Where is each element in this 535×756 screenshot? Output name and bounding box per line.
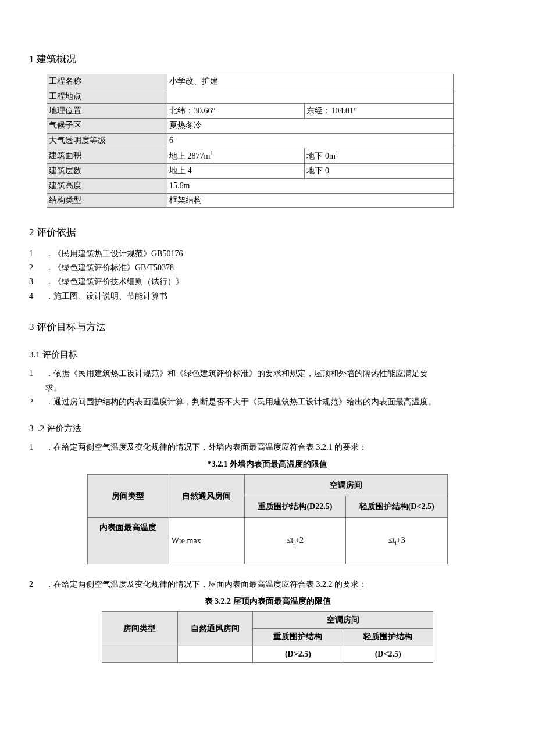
item-number: 4 bbox=[29, 290, 45, 303]
item-text: ．依据《民用建筑热工设计规范》和《绿色建筑评价标准》的要求和规定，屋顶和外墙的隔… bbox=[45, 367, 506, 380]
th-ac-room: 空调房间 bbox=[244, 475, 447, 496]
methods-list-2: 2 ．在给定两侧空气温度及变化规律的情况下，屋面内表面最高温度应符合表 3.2.… bbox=[29, 578, 506, 591]
cell-natural: Wte.max bbox=[169, 518, 244, 564]
label-atm-clarity: 大气透明度等级 bbox=[47, 133, 167, 148]
methods-list: 1 ．在给定两侧空气温度及变化规律的情况下，外墙内表面最高温度应符合表 3.2.… bbox=[29, 441, 506, 454]
value-structure: 框架结构 bbox=[167, 193, 454, 207]
section-2-heading: 2 评价依据 bbox=[29, 224, 506, 240]
cell-natural bbox=[177, 646, 253, 662]
label-project-location: 工程地点 bbox=[47, 89, 167, 103]
cell-light: ≤ti+3 bbox=[346, 518, 448, 564]
row-label bbox=[102, 646, 178, 662]
th-room-type: 房间类型 bbox=[88, 475, 169, 518]
document-page: 1 建筑概况 工程名称 小学改、扩建 工程地点 地理位置 北纬：30.66° 东… bbox=[0, 0, 535, 686]
label-climate-zone: 气候子区 bbox=[47, 119, 167, 133]
list-item: 2 ．通过房间围护结构的内表面温度计算，判断是否不大于《民用建筑热工设计规范》给… bbox=[29, 396, 506, 409]
th-heavy: 重质围护结构 bbox=[253, 629, 343, 646]
value-floor-area-above: 地上 2877m1 bbox=[167, 148, 305, 164]
label-structure: 结构类型 bbox=[47, 193, 167, 207]
cell-heavy: ≤ti+2 bbox=[244, 518, 346, 564]
row-label-max-temp: 内表面最高温度 bbox=[88, 518, 169, 564]
value-longitude: 东经：104.01° bbox=[305, 103, 454, 118]
th-natural-vent: 自然通风房间 bbox=[169, 475, 244, 518]
label-project-name: 工程名称 bbox=[47, 74, 167, 89]
cell-d-light: (D<2.5) bbox=[343, 646, 433, 662]
label-height: 建筑高度 bbox=[47, 178, 167, 193]
value-latitude: 北纬：30.66° bbox=[167, 103, 305, 118]
value-climate-zone: 夏热冬冷 bbox=[167, 119, 454, 133]
item-text: ．在给定两侧空气温度及变化规律的情况下，屋面内表面最高温度应符合表 3.2.2 … bbox=[45, 578, 506, 591]
section-3-heading: 3 评价目标与方法 bbox=[29, 319, 506, 335]
section-3-2-heading: 3 .2 评价方法 bbox=[29, 421, 506, 435]
item-text: ．通过房间围护结构的内表面温度计算，判断是否不大于《民用建筑热工设计规范》给出的… bbox=[45, 396, 506, 409]
section-1-heading: 1 建筑概况 bbox=[29, 51, 506, 67]
list-item: 2 ．《绿色建筑评价标准》GB/T50378 bbox=[29, 261, 506, 274]
th-room-type: 房间类型 bbox=[102, 612, 178, 646]
th-heavy: 重质围护结构(D22.5) bbox=[244, 496, 346, 518]
label-floor-area: 建筑面积 bbox=[47, 148, 167, 164]
label-geo-position: 地理位置 bbox=[47, 103, 167, 118]
targets-list: 1 ．依据《民用建筑热工设计规范》和《绿色建筑评价标准》的要求和规定，屋顶和外墙… bbox=[29, 367, 506, 409]
list-item: 2 ．在给定两侧空气温度及变化规律的情况下，屋面内表面最高温度应符合表 3.2.… bbox=[29, 578, 506, 591]
item-number: 2 bbox=[29, 578, 45, 591]
value-floor-area-below: 地下 0m1 bbox=[305, 148, 454, 164]
item-number: 1 bbox=[29, 441, 45, 454]
value-project-location bbox=[167, 89, 454, 103]
value-storeys-below: 地下 0 bbox=[305, 164, 454, 178]
table-321-caption: *3.2.1 外墙内表面最高温度的限值 bbox=[29, 458, 506, 471]
list-item: 1 ．在给定两侧空气温度及变化规律的情况下，外墙内表面最高温度应符合表 3.2.… bbox=[29, 441, 506, 454]
cell-d-heavy: (D>2.5) bbox=[253, 646, 343, 662]
th-ac-room: 空调房间 bbox=[253, 612, 433, 629]
item-number: 2 bbox=[29, 261, 45, 274]
item-number: 2 bbox=[29, 396, 45, 409]
list-item: 4 ．施工图、设计说明、节能计算书 bbox=[29, 290, 506, 303]
item-text: ．《民用建筑热工设计规范》GB50176 bbox=[45, 248, 506, 260]
table-322: 房间类型 自然通风房间 空调房间 重质围护结构 轻质围护结构 (D>2.5) (… bbox=[102, 611, 433, 663]
th-light: 轻质围护结构(D<2.5) bbox=[346, 496, 448, 518]
item-text: ．《绿色建筑评价标准》GB/T50378 bbox=[45, 261, 506, 274]
value-atm-clarity: 6 bbox=[167, 133, 454, 148]
item-number: 3 bbox=[29, 275, 45, 288]
item-number: 1 bbox=[29, 367, 45, 380]
item-continuation: 求。 bbox=[29, 382, 506, 395]
section-3-1-heading: 3.1 评价目标 bbox=[29, 347, 506, 361]
label-storeys: 建筑层数 bbox=[47, 164, 167, 178]
value-storeys-above: 地上 4 bbox=[167, 164, 305, 178]
list-item: 3 ．《绿色建筑评价技术细则（试行）》 bbox=[29, 275, 506, 288]
value-project-name: 小学改、扩建 bbox=[167, 74, 454, 89]
basis-list: 1 ．《民用建筑热工设计规范》GB50176 2 ．《绿色建筑评价标准》GB/T… bbox=[29, 248, 506, 303]
table-321: 房间类型 自然通风房间 空调房间 重质围护结构(D22.5) 轻质围护结构(D<… bbox=[87, 474, 448, 564]
overview-table: 工程名称 小学改、扩建 工程地点 地理位置 北纬：30.66° 东经：104.0… bbox=[47, 74, 454, 208]
th-natural-vent: 自然通风房间 bbox=[177, 612, 253, 646]
item-text: ．在给定两侧空气温度及变化规律的情况下，外墙内表面最高温度应符合表 3.2.1 … bbox=[45, 441, 506, 454]
item-number: 1 bbox=[29, 248, 45, 260]
list-item: 1 ．依据《民用建筑热工设计规范》和《绿色建筑评价标准》的要求和规定，屋顶和外墙… bbox=[29, 367, 506, 380]
table-322-caption: 表 3.2.2 屋顶内表面最高温度的限值 bbox=[29, 595, 506, 608]
item-text: ．《绿色建筑评价技术细则（试行）》 bbox=[45, 275, 506, 288]
list-item: 1 ．《民用建筑热工设计规范》GB50176 bbox=[29, 248, 506, 260]
item-text: ．施工图、设计说明、节能计算书 bbox=[45, 290, 506, 303]
th-light: 轻质围护结构 bbox=[343, 629, 433, 646]
value-height: 15.6m bbox=[167, 178, 454, 193]
